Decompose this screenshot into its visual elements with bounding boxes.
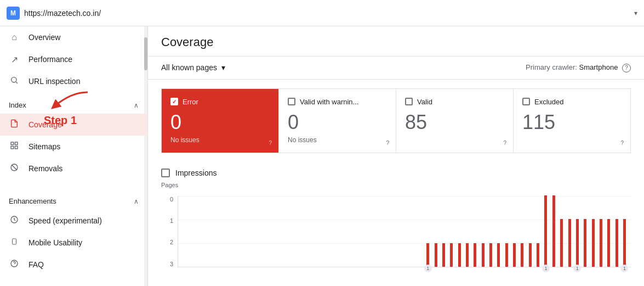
removals-icon (9, 163, 20, 174)
sidebar-item-label: Performance (29, 55, 72, 64)
chart-dot: 1 (620, 265, 628, 272)
valid-warning-help-icon[interactable]: ? (386, 140, 389, 146)
bar-group (566, 219, 573, 267)
content-header: Coverage (148, 26, 644, 57)
enhancements-collapse-icon[interactable]: ∧ (134, 198, 139, 205)
sidebar-item-label: Sitemaps (29, 142, 60, 151)
chart-bar (615, 219, 618, 267)
coverage-icon (9, 119, 20, 131)
search-icon (9, 76, 20, 87)
error-count: 0 (170, 110, 270, 134)
bar-group (597, 219, 605, 267)
chart-bar (497, 243, 500, 267)
scrollbar[interactable] (144, 26, 147, 286)
sidebar-item-label: Mobile Usability (29, 238, 82, 247)
sidebar-item-faq[interactable]: FAQ (0, 254, 147, 276)
error-card[interactable]: ✓ Error 0 No issues ? (162, 89, 279, 153)
sidebar-item-label: Speed (experimental) (29, 216, 102, 225)
sidebar-item-overview[interactable]: ⌂ Overview (0, 26, 147, 48)
sidebar: ⌂ Overview ↗ Performance URL inspection … (0, 26, 148, 286)
crawler-help-icon[interactable]: ? (622, 64, 631, 72)
error-label: Error (183, 98, 198, 106)
sidebar-item-performance[interactable]: ↗ Performance (0, 48, 147, 70)
page-title: Coverage (161, 35, 631, 49)
enhancements-section-header: Enhancements ∧ (0, 188, 147, 210)
excluded-card[interactable]: Excluded 115 ? (514, 89, 630, 153)
chart-bar (435, 243, 437, 267)
y-tick-0: 0 (161, 196, 173, 203)
chart-plot: 1111 (178, 196, 631, 267)
bar-group (558, 219, 566, 267)
chart-bar (568, 219, 571, 267)
excluded-help-icon[interactable]: ? (620, 140, 624, 146)
chart-bar (466, 243, 469, 267)
chart-bar (544, 195, 547, 267)
valid-help-icon[interactable]: ? (503, 140, 506, 146)
excluded-checkbox[interactable] (522, 98, 530, 105)
filter-dropdown-arrow: ▾ (221, 63, 225, 72)
pages-filter-dropdown[interactable]: All known pages ▾ (161, 63, 225, 72)
site-icon: M (7, 7, 20, 20)
chart-bar (560, 219, 563, 267)
bar-group (495, 243, 503, 267)
sidebar-item-sitemaps[interactable]: Sitemaps (0, 136, 147, 158)
bar-group (471, 243, 479, 267)
chart-bar (426, 243, 429, 267)
impressions-section: Impressions Pages 3 2 1 0 (161, 162, 631, 272)
impressions-checkbox[interactable] (161, 169, 170, 177)
top-bar: M https://mazetech.co.in/ ▾ (0, 0, 644, 26)
bar-group (455, 243, 463, 267)
chart-bar (450, 243, 453, 267)
bar-group (463, 243, 471, 267)
scrollbar-thumb (144, 37, 147, 70)
primary-crawler-info: Primary crawler: Smartphone ? (526, 63, 631, 72)
y-tick-2: 2 (161, 239, 173, 245)
chart-bar (600, 219, 602, 267)
y-tick-3: 3 (161, 261, 173, 267)
sidebar-item-removals[interactable]: Removals (0, 158, 147, 180)
bar-group (518, 243, 526, 267)
chart-bar (489, 243, 492, 267)
bar-group (510, 243, 518, 267)
chart-bar (482, 243, 485, 267)
bar-group (550, 195, 557, 267)
svg-line-1 (16, 82, 18, 83)
speed-icon (9, 215, 20, 226)
chart-bar (458, 243, 461, 267)
sidebar-item-speed[interactable]: Speed (experimental) (0, 210, 147, 232)
index-collapse-icon[interactable]: ∧ (134, 102, 139, 109)
chart-bar (474, 243, 476, 267)
bar-group: 1 (573, 219, 581, 267)
valid-warning-card[interactable]: Valid with warnin... 0 No issues ? (279, 89, 396, 153)
valid-warning-sublabel: No issues (288, 136, 387, 144)
chart-container: 3 2 1 0 1111 (161, 190, 631, 267)
bar-group: 1 (542, 195, 550, 267)
valid-label: Valid (417, 98, 432, 106)
home-icon: ⌂ (9, 32, 20, 42)
valid-card-header: Valid (405, 98, 504, 106)
arrow-annotation: Step 1 (33, 87, 99, 127)
sidebar-item-mobile-usability[interactable]: Mobile Usability (0, 232, 147, 254)
chart-bar (505, 243, 508, 267)
error-sublabel: No issues (170, 136, 270, 144)
excluded-label: Excluded (534, 98, 563, 106)
valid-checkbox[interactable] (405, 98, 413, 105)
error-help-icon[interactable]: ? (269, 140, 272, 146)
svg-rect-4 (11, 146, 14, 149)
valid-card[interactable]: Valid 85 ? (396, 89, 514, 153)
bar-group (487, 243, 494, 267)
y-tick-1: 1 (161, 217, 173, 224)
excluded-card-header: Excluded (522, 98, 622, 106)
site-dropdown-arrow[interactable]: ▾ (634, 9, 637, 17)
svg-line-7 (12, 165, 16, 170)
filter-bar: All known pages ▾ Primary crawler: Smart… (148, 57, 644, 80)
index-section-label: Index (9, 101, 26, 109)
bar-group (605, 219, 613, 267)
sidebar-item-label: Removals (29, 164, 62, 173)
svg-rect-2 (11, 142, 14, 145)
bar-group (503, 243, 510, 267)
excluded-count: 115 (522, 110, 622, 134)
error-checkbox[interactable]: ✓ (170, 98, 178, 105)
valid-warning-checkbox[interactable] (288, 98, 295, 105)
bar-group: 1 (620, 219, 628, 267)
